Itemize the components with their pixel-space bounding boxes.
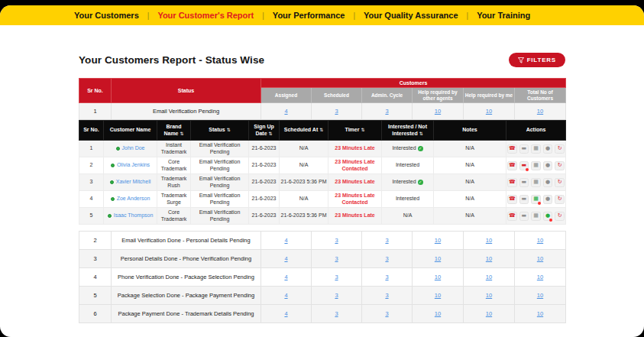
customer-count-link[interactable]: 10 xyxy=(486,292,492,299)
customer-count-link[interactable]: 10 xyxy=(537,274,543,280)
call-log-button[interactable]: ▬ xyxy=(519,178,529,187)
customer-name-link[interactable]: Zoe Anderson xyxy=(117,196,150,201)
brand-name: Trademark Surge xyxy=(157,191,191,208)
sign-up-date: 21-6-2023 xyxy=(249,157,280,174)
customer-name-link[interactable]: Isaac Thompson xyxy=(114,212,154,218)
calendar-button[interactable]: ▦ xyxy=(531,212,541,221)
sort-icon[interactable]: ⇅ xyxy=(180,131,184,136)
sort-icon[interactable]: ⇅ xyxy=(269,131,273,136)
customer-column-header-status[interactable]: Status⇅ xyxy=(191,121,249,141)
customer-count-link[interactable]: 3 xyxy=(385,310,388,317)
customer-column-header-customer-name: Customer Name xyxy=(104,121,157,141)
nav-item-your-quality-assurance[interactable]: Your Quality Assurance xyxy=(364,11,458,20)
customer-count-link[interactable]: 3 xyxy=(385,237,388,244)
phone-call-button[interactable]: ☎ xyxy=(507,212,517,221)
customer-count-link[interactable]: 10 xyxy=(537,255,543,262)
filters-button[interactable]: FILTERS xyxy=(509,53,565,67)
customer-count-link[interactable]: 10 xyxy=(435,237,441,244)
redial-icon: ↻ xyxy=(558,163,562,168)
customer-count-link[interactable]: 4 xyxy=(284,274,287,280)
customer-count-link[interactable]: 10 xyxy=(537,310,543,317)
calendar-button[interactable]: ▦ xyxy=(531,144,541,154)
customer-count-link[interactable]: 10 xyxy=(486,255,492,262)
redial-button[interactable]: ↻ xyxy=(555,195,565,204)
customer-name-link[interactable]: Xavier Mitchell xyxy=(116,179,151,184)
sort-icon[interactable]: ⇅ xyxy=(227,128,231,132)
customer-count-link[interactable]: 4 xyxy=(284,255,287,262)
calendar-button[interactable]: ▦ xyxy=(531,195,541,204)
customer-count-link[interactable]: 3 xyxy=(335,274,338,280)
call-log-button[interactable]: ▬ xyxy=(519,144,529,154)
sort-icon[interactable]: ⇅ xyxy=(361,128,364,132)
whatsapp-icon: ● xyxy=(545,163,550,168)
customer-count-link[interactable]: 3 xyxy=(335,310,338,317)
redial-button[interactable]: ↻ xyxy=(555,161,565,170)
customer-count-link[interactable]: 10 xyxy=(435,108,441,115)
customer-count-link[interactable]: 10 xyxy=(486,237,492,244)
nav-item-your-training[interactable]: Your Training xyxy=(477,11,530,20)
redial-button[interactable]: ↻ xyxy=(555,178,565,187)
sort-icon[interactable]: ⇅ xyxy=(319,128,323,132)
customer-count-link[interactable]: 10 xyxy=(537,237,543,244)
customer-name-link[interactable]: Olivia Jenkins xyxy=(117,162,150,167)
calendar-button[interactable]: ▦ xyxy=(531,178,541,187)
customer-count-link[interactable]: 4 xyxy=(284,237,287,244)
customer-count-link[interactable]: 10 xyxy=(435,274,441,280)
sign-up-date: 21-6-2023 xyxy=(249,141,280,157)
customer-count-cell: 10 xyxy=(464,103,515,120)
brand-name: Core Trademark xyxy=(157,208,191,225)
customer-count-link[interactable]: 10 xyxy=(486,310,492,317)
customer-count-link[interactable]: 3 xyxy=(335,292,338,299)
customer-count-link[interactable]: 3 xyxy=(335,237,338,244)
customer-column-header-interested-not-interested[interactable]: Interested / Not Interested⇅ xyxy=(382,121,434,141)
nav-item-your-customers[interactable]: Your Customers xyxy=(74,11,139,20)
customer-sr-no: 2 xyxy=(79,157,104,174)
status-row-sr-no: 4 xyxy=(79,268,112,287)
nav-item-your-customer-s-report[interactable]: Your Customer's Report xyxy=(157,11,254,20)
customer-count-link[interactable]: 10 xyxy=(435,310,441,317)
customer-count-link[interactable]: 4 xyxy=(284,292,287,299)
phone-call-button[interactable]: ☎ xyxy=(507,144,517,154)
customer-count-link[interactable]: 3 xyxy=(385,255,388,262)
online-status-icon xyxy=(111,197,115,201)
customer-count-link[interactable]: 10 xyxy=(435,255,441,262)
customer-count-cell: 10 xyxy=(515,250,566,268)
customer-count-link[interactable]: 10 xyxy=(537,108,543,115)
customer-count-link[interactable]: 3 xyxy=(335,255,338,262)
calendar-button[interactable]: ▦ xyxy=(531,161,541,170)
nav-item-your-performance[interactable]: Your Performance xyxy=(273,11,345,20)
call-log-button[interactable]: ▬ xyxy=(519,161,529,170)
redial-button[interactable]: ↻ xyxy=(555,212,565,221)
redial-button[interactable]: ↻ xyxy=(555,144,565,154)
customer-column-header-scheduled-at[interactable]: Scheduled At⇅ xyxy=(280,121,328,141)
customer-row: 2Olivia JenkinsCore TrademarkEmail Verif… xyxy=(79,157,566,174)
call-log-button[interactable]: ▬ xyxy=(519,212,529,221)
customer-count-link[interactable]: 3 xyxy=(335,108,338,115)
customer-count-link[interactable]: 10 xyxy=(486,274,492,280)
whatsapp-button[interactable]: ● xyxy=(543,144,553,154)
whatsapp-button[interactable]: ● xyxy=(543,212,553,221)
customer-count-link[interactable]: 10 xyxy=(486,108,492,115)
phone-call-button[interactable]: ☎ xyxy=(507,178,517,187)
customer-count-link[interactable]: 4 xyxy=(284,310,287,317)
customer-name-link[interactable]: John Doe xyxy=(122,145,145,151)
sort-icon[interactable]: ⇅ xyxy=(419,131,423,136)
phone-call-button[interactable]: ☎ xyxy=(507,195,517,204)
customer-column-header-timer[interactable]: Timer⇅ xyxy=(328,121,382,141)
customer-count-link[interactable]: 3 xyxy=(385,292,388,299)
whatsapp-button[interactable]: ● xyxy=(543,161,553,170)
customer-count-link[interactable]: 10 xyxy=(435,292,441,299)
customer-column-header-sign-up-date[interactable]: Sign Up Date⇅ xyxy=(249,121,280,141)
customer-column-header-brand-name[interactable]: Brand Name⇅ xyxy=(157,121,191,141)
customer-count-link[interactable]: 4 xyxy=(284,108,287,115)
phone-call-button[interactable]: ☎ xyxy=(507,161,517,170)
call-log-button[interactable]: ▬ xyxy=(519,195,529,204)
customer-count-link[interactable]: 3 xyxy=(385,108,388,115)
customer-count-link[interactable]: 3 xyxy=(385,274,388,280)
scheduled-at: 21-6-2023 5:36 PM xyxy=(280,208,328,225)
whatsapp-button[interactable]: ● xyxy=(543,178,553,187)
whatsapp-button[interactable]: ● xyxy=(543,195,553,204)
customer-count-cell: 4 xyxy=(261,305,312,323)
customer-count-link[interactable]: 10 xyxy=(537,292,543,299)
column-header-sr-no: Sr No. xyxy=(79,79,112,103)
